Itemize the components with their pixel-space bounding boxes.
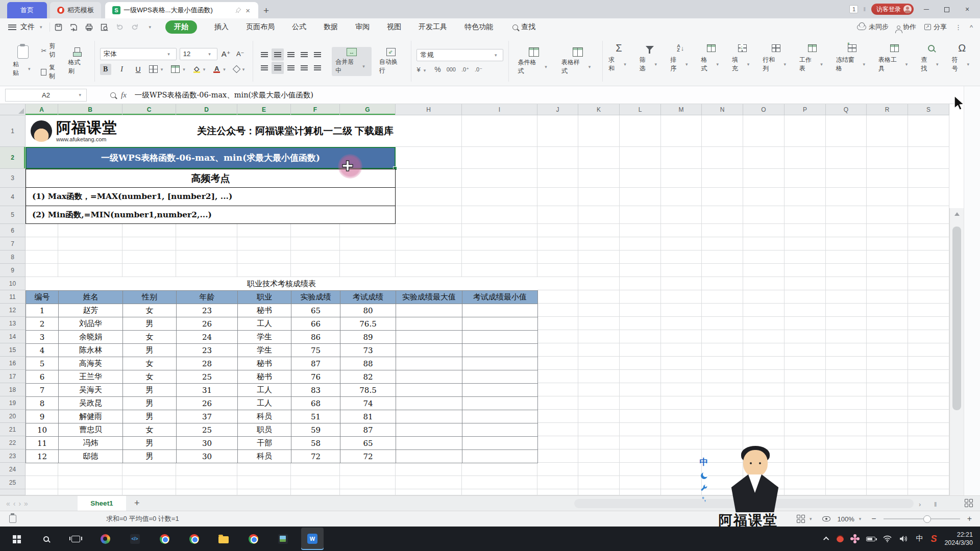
- table-cell[interactable]: [462, 304, 538, 317]
- login-button[interactable]: 访客登录: [871, 4, 914, 15]
- cell[interactable]: [702, 169, 743, 188]
- cell[interactable]: [661, 449, 702, 463]
- menu-item-2[interactable]: 页面布局: [246, 22, 275, 32]
- cell[interactable]: [620, 383, 661, 396]
- cell[interactable]: [291, 251, 340, 264]
- cell[interactable]: [826, 224, 867, 237]
- table-cell[interactable]: 72: [340, 450, 396, 463]
- cell[interactable]: [867, 343, 908, 357]
- fill-color-button[interactable]: ◇▾: [193, 64, 209, 75]
- column-header-F[interactable]: F: [291, 104, 340, 115]
- cell[interactable]: [785, 476, 826, 489]
- table-cell[interactable]: [462, 410, 538, 423]
- ime-skin-icon[interactable]: [701, 472, 707, 479]
- table-cell[interactable]: [396, 423, 462, 437]
- cell[interactable]: [867, 264, 908, 277]
- formula-search-icon[interactable]: [110, 92, 116, 98]
- eye-protection-icon[interactable]: [822, 516, 830, 521]
- cell[interactable]: [578, 115, 620, 147]
- table-cell[interactable]: 科员: [238, 450, 291, 463]
- cell[interactable]: [867, 290, 908, 304]
- table-header-cell[interactable]: 实验成绩最大值: [396, 291, 462, 304]
- cell[interactable]: [578, 476, 620, 489]
- row-header-15[interactable]: 15: [0, 343, 26, 357]
- taskbar-app-file-explorer[interactable]: [212, 528, 235, 550]
- cell[interactable]: [26, 476, 58, 489]
- cell[interactable]: [826, 251, 867, 264]
- cell[interactable]: [537, 357, 578, 370]
- table-cell[interactable]: 76.5: [340, 317, 396, 331]
- cell[interactable]: [826, 343, 867, 357]
- table-cell[interactable]: 男: [123, 384, 177, 397]
- cell[interactable]: [578, 264, 620, 277]
- cell[interactable]: [908, 463, 949, 476]
- align-icon-5[interactable]: [258, 62, 271, 74]
- row-header-4[interactable]: 4: [0, 188, 26, 206]
- cell[interactable]: [743, 317, 785, 330]
- cell[interactable]: [122, 463, 176, 476]
- collaborate-button[interactable]: 协作: [897, 22, 916, 32]
- table-cell[interactable]: 男: [123, 344, 177, 357]
- cell[interactable]: [537, 343, 578, 357]
- row-header-17[interactable]: 17: [0, 370, 26, 383]
- table-cell[interactable]: 72: [291, 450, 340, 463]
- cell[interactable]: [578, 410, 620, 423]
- cell[interactable]: [826, 115, 867, 147]
- cell[interactable]: [702, 251, 743, 264]
- cell[interactable]: [661, 169, 702, 188]
- table-cell[interactable]: 83: [291, 384, 340, 397]
- cell[interactable]: [702, 237, 743, 251]
- cell[interactable]: [537, 463, 578, 476]
- cell[interactable]: [702, 370, 743, 383]
- table-cell[interactable]: 51: [291, 410, 340, 423]
- cell[interactable]: [537, 476, 578, 489]
- cell[interactable]: [702, 264, 743, 277]
- cell[interactable]: [908, 206, 949, 224]
- column-header-M[interactable]: M: [661, 104, 702, 115]
- tray-expand-icon[interactable]: [823, 537, 829, 542]
- table-cell[interactable]: 87: [291, 357, 340, 370]
- table-cell[interactable]: 12: [26, 450, 59, 463]
- volume-icon[interactable]: [899, 535, 908, 542]
- share-button[interactable]: ↗分享: [924, 22, 947, 32]
- cell[interactable]: [743, 206, 785, 224]
- cell[interactable]: [537, 304, 578, 317]
- row-header-11[interactable]: 11: [0, 290, 26, 304]
- cell[interactable]: [785, 317, 826, 330]
- cell[interactable]: [620, 396, 661, 410]
- cell[interactable]: [908, 304, 949, 317]
- cell-shading-button[interactable]: ▾: [171, 64, 188, 75]
- formula-content[interactable]: 一级WPS表格函数-06-max、min(求最大最小值函数): [135, 90, 313, 100]
- ladybug-app-icon[interactable]: [837, 535, 844, 542]
- hamburger-icon[interactable]: [8, 24, 16, 30]
- table-cell[interactable]: [396, 344, 462, 357]
- table-cell[interactable]: 25: [177, 370, 238, 384]
- cell[interactable]: [537, 449, 578, 463]
- cell[interactable]: [826, 489, 867, 495]
- conditional-format-button[interactable]: 条件格式▾: [514, 46, 554, 77]
- ime-float-bar[interactable]: 中 °,: [696, 456, 712, 502]
- row-header-24[interactable]: 24: [0, 463, 26, 476]
- cell[interactable]: [58, 237, 122, 251]
- cell[interactable]: [620, 224, 661, 237]
- name-box[interactable]: A2▾: [5, 89, 87, 102]
- table-cell[interactable]: 工人: [238, 317, 291, 331]
- collapse-ribbon-icon[interactable]: ^: [970, 23, 973, 31]
- cell[interactable]: [537, 224, 578, 237]
- new-tab-button[interactable]: +: [258, 5, 274, 18]
- cell[interactable]: [785, 251, 826, 264]
- cell[interactable]: [867, 317, 908, 330]
- row-header-22[interactable]: 22: [0, 436, 26, 449]
- column-header-Q[interactable]: Q: [826, 104, 867, 115]
- table-cell[interactable]: 刘品华: [59, 317, 123, 331]
- table-cell[interactable]: 9: [26, 410, 59, 423]
- cell[interactable]: [58, 489, 122, 495]
- cell[interactable]: [785, 357, 826, 370]
- cell[interactable]: [826, 290, 867, 304]
- sogou-icon[interactable]: S: [930, 534, 937, 544]
- cell[interactable]: [743, 251, 785, 264]
- ime-punct-icon[interactable]: °,: [702, 496, 705, 502]
- cell[interactable]: [661, 147, 702, 169]
- cell[interactable]: [826, 264, 867, 277]
- cell[interactable]: [867, 237, 908, 251]
